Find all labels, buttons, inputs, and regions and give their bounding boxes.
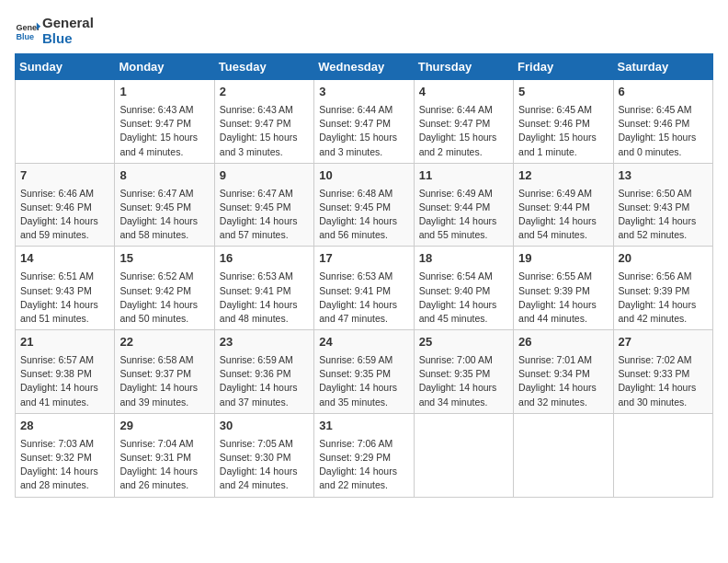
cell-info: and 30 minutes. [619,396,708,409]
logo-blue: Blue [42,30,94,46]
cell-info: Daylight: 14 hours [119,381,209,395]
cell-info: Sunrise: 6:47 AM [119,187,209,201]
cell-info: and 54 minutes. [518,228,608,242]
cell-info: and 3 minutes. [220,145,309,159]
cell-info: Sunrise: 6:43 AM [220,103,309,117]
svg-text:Blue: Blue [16,32,34,41]
cell-info: Daylight: 14 hours [619,214,708,228]
cell-info: and 44 minutes. [518,312,608,326]
cell-week3-day4: 25Sunrise: 7:00 AMSunset: 9:35 PMDayligh… [414,330,513,414]
cell-week2-day1: 15Sunrise: 6:52 AMSunset: 9:42 PMDayligh… [115,247,214,330]
cell-week4-day0: 28Sunrise: 7:03 AMSunset: 9:32 PMDayligh… [16,413,115,497]
cell-info: and 58 minutes. [119,228,209,242]
cell-week4-day3: 31Sunrise: 7:06 AMSunset: 9:29 PMDayligh… [314,413,414,497]
day-number: 12 [518,167,608,185]
cell-info: Daylight: 14 hours [220,465,309,478]
cell-info: Sunset: 9:41 PM [319,284,408,298]
cell-info: Sunrise: 6:49 AM [518,187,608,201]
day-number: 9 [220,167,309,185]
cell-info: Sunset: 9:45 PM [319,201,408,214]
col-header-monday: Monday [115,54,214,80]
cell-week1-day1: 8Sunrise: 6:47 AMSunset: 9:45 PMDaylight… [115,163,214,247]
day-number: 3 [319,84,408,101]
cell-info: Sunset: 9:30 PM [220,451,309,465]
cell-info: Sunset: 9:33 PM [619,367,708,381]
cell-week2-day5: 19Sunrise: 6:55 AMSunset: 9:39 PMDayligh… [514,247,613,330]
day-number: 25 [419,334,508,351]
day-number: 8 [119,167,209,185]
cell-week1-day4: 11Sunrise: 6:49 AMSunset: 9:44 PMDayligh… [414,163,513,247]
cell-info: Sunset: 9:47 PM [220,117,309,131]
cell-info: Sunrise: 6:46 AM [20,187,109,201]
day-number: 23 [220,334,309,351]
cell-info: and 55 minutes. [419,228,508,242]
day-number: 14 [20,250,109,268]
day-number: 2 [220,84,309,101]
day-number: 18 [419,250,508,268]
cell-info: Sunset: 9:37 PM [119,367,209,381]
logo-icon: General Blue [15,17,40,43]
day-number: 28 [20,418,109,435]
cell-info: Daylight: 14 hours [419,381,508,395]
cell-week2-day4: 18Sunrise: 6:54 AMSunset: 9:40 PMDayligh… [414,247,513,330]
cell-info: Sunrise: 6:54 AM [419,270,508,283]
cell-info: Sunrise: 7:04 AM [119,437,209,451]
cell-week4-day4 [414,413,513,497]
cell-info: Daylight: 14 hours [20,214,109,228]
cell-info: Daylight: 14 hours [119,214,209,228]
cell-info: and 35 minutes. [319,396,408,409]
cell-info: and 2 minutes. [419,145,508,159]
col-header-tuesday: Tuesday [214,54,313,80]
cell-info: Sunset: 9:40 PM [419,284,508,298]
cell-week1-day6: 13Sunrise: 6:50 AMSunset: 9:43 PMDayligh… [613,163,712,247]
cell-info: Sunset: 9:47 PM [119,117,209,131]
cell-info: and 51 minutes. [20,312,109,326]
cell-info: Sunrise: 7:03 AM [20,437,109,451]
cell-week3-day5: 26Sunrise: 7:01 AMSunset: 9:34 PMDayligh… [514,330,613,414]
day-number: 22 [119,334,209,351]
cell-info: and 56 minutes. [319,228,408,242]
logo-general: General [42,15,94,30]
cell-info: and 28 minutes. [20,478,109,492]
cell-info: and 24 minutes. [220,478,309,492]
cell-info: Sunset: 9:46 PM [619,117,708,131]
col-header-wednesday: Wednesday [314,54,414,80]
cell-info: and 59 minutes. [20,228,109,242]
day-number: 31 [319,418,408,435]
cell-info: Sunset: 9:44 PM [518,201,608,214]
cell-week4-day2: 30Sunrise: 7:05 AMSunset: 9:30 PMDayligh… [214,413,313,497]
cell-info: Daylight: 14 hours [119,465,209,478]
cell-info: Sunrise: 6:51 AM [20,270,109,283]
cell-info: Sunrise: 6:59 AM [220,353,309,367]
cell-info: Daylight: 14 hours [419,298,508,312]
cell-week3-day6: 27Sunrise: 7:02 AMSunset: 9:33 PMDayligh… [613,330,712,414]
cell-info: Sunrise: 7:01 AM [518,353,608,367]
day-number: 13 [619,167,708,185]
cell-info: and 52 minutes. [619,228,708,242]
cell-info: Daylight: 14 hours [20,465,109,478]
cell-info: Sunset: 9:46 PM [20,201,109,214]
col-header-sunday: Sunday [16,54,115,80]
cell-info: Sunset: 9:47 PM [319,117,408,131]
cell-info: Sunrise: 6:58 AM [119,353,209,367]
cell-week1-day3: 10Sunrise: 6:48 AMSunset: 9:45 PMDayligh… [314,163,414,247]
col-header-friday: Friday [514,54,613,80]
day-number: 30 [220,418,309,435]
cell-week0-day6: 6Sunrise: 6:45 AMSunset: 9:46 PMDaylight… [613,80,712,164]
day-number: 20 [619,250,708,268]
cell-info: Sunrise: 7:00 AM [419,353,508,367]
cell-info: Daylight: 14 hours [518,214,608,228]
logo: General Blue General Blue [15,15,94,46]
page-header: General Blue General Blue [15,15,713,46]
cell-info: Sunrise: 6:43 AM [119,103,209,117]
cell-info: Sunrise: 6:45 AM [518,103,608,117]
cell-week3-day1: 22Sunrise: 6:58 AMSunset: 9:37 PMDayligh… [115,330,214,414]
cell-info: Sunrise: 6:49 AM [419,187,508,201]
cell-info: Daylight: 14 hours [619,381,708,395]
cell-info: Daylight: 14 hours [220,214,309,228]
cell-week0-day4: 4Sunrise: 6:44 AMSunset: 9:47 PMDaylight… [414,80,513,164]
cell-info: Daylight: 15 hours [220,131,309,144]
cell-info: and 3 minutes. [319,145,408,159]
cell-info: Daylight: 14 hours [319,381,408,395]
cell-info: Sunrise: 6:53 AM [319,270,408,283]
